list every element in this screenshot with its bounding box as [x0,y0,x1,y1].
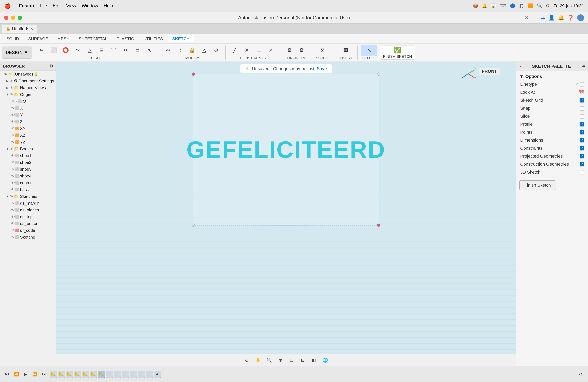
triangle-tool[interactable]: △ [199,45,210,56]
design-button[interactable]: DESIGN ▼ [2,47,32,58]
environment-tool[interactable]: 🌐 [321,356,330,365]
browser-item-shoe2[interactable]: 👁 shoe2 [0,159,56,166]
close-button[interactable] [4,16,8,20]
help-icon[interactable]: ❓ [567,15,574,21]
timeline-prev-btn[interactable]: ⏪ [12,370,21,378]
menu-edit[interactable]: Edit [53,3,61,9]
timeline-item-1[interactable]: 📐 [50,371,57,378]
zoom-tool[interactable]: ⊕ [276,356,285,365]
browser-item-back[interactable]: 👁 back [0,186,56,193]
wifi-icon[interactable]: 📶 [528,3,533,9]
circle-tool[interactable]: ⭕ [60,45,71,56]
palette-expand-icon[interactable]: ⇥ [581,64,585,69]
rect-tool[interactable]: ⊟ [96,45,107,56]
measure-tool[interactable]: ⊠ [315,45,330,56]
timeline-item-2[interactable]: 📐 [58,371,65,378]
spline-tool[interactable]: 〜 [72,45,83,56]
browser-item-xz[interactable]: 👁 XZ [0,132,56,139]
timeline-item-5[interactable]: 📐 [82,371,89,378]
tab-sheet-metal[interactable]: SHEET METAL [74,35,112,42]
timeline-item-9[interactable]: □ [114,371,121,378]
tab-mesh[interactable]: MESH [53,35,74,42]
browser-item-ds-pieces[interactable]: 👁 ds_pieces [0,207,56,213]
linetype-icon-1[interactable]: < [576,82,578,87]
browser-item-sketches[interactable]: ▼ 👁 📁 Sketches [0,193,56,200]
zoom-fit-tool[interactable]: 🔍 [265,356,273,365]
browser-item-ds-bottom[interactable]: 👁 ds_bottom [0,220,56,227]
trim-tool[interactable]: ✂ [120,45,131,56]
timeline-next-btn[interactable]: ⏩ [31,370,39,378]
construction-geom-checkbox[interactable]: ✓ [580,162,584,166]
tab-utilities[interactable]: UTILITIES [139,35,167,42]
options-section-header[interactable]: ▼ Options [519,73,585,80]
dimensions-checkbox[interactable]: ✓ [580,138,584,142]
timeline-item-11[interactable]: □ [130,371,137,378]
search-macos-icon[interactable]: 🔍 [537,3,542,9]
timeline-item-7[interactable]: 📐 [98,371,105,378]
points-checkbox[interactable]: ✓ [580,130,584,134]
apple-logo-icon[interactable]: 🍎 [4,3,11,9]
tab-untitled[interactable]: 🔒 Untitled* ✕ [2,25,37,33]
sketch-region[interactable]: GEFELICITEERD [193,74,379,226]
browser-item-xy[interactable]: 👁 XY [0,125,56,132]
finish-sketch-button[interactable]: ✅ FINISH SKETCH [380,46,415,59]
browser-item-yz[interactable]: 👁 YZ [0,139,56,145]
music-icon[interactable]: 🎵 [519,3,524,9]
arc-tool[interactable]: ⌒ [108,45,119,56]
finish-sketch-palette-button[interactable]: Finish Sketch [519,180,556,190]
insert-image-tool[interactable]: 🖼 [338,45,354,56]
account-icon[interactable]: 👤 [548,15,555,21]
browser-item-shoe1[interactable]: 👁 shoe1 [0,152,56,159]
controlcenter-icon[interactable]: ⚙ [546,3,550,9]
browser-item-y[interactable]: 👁 Y [0,112,56,118]
browser-item-ds-margin[interactable]: 👁 ds_margin [0,200,56,207]
tab-plastic[interactable]: PLASTIC [112,35,139,42]
lock-tool[interactable]: 🔒 [187,45,198,56]
dashboard-icon[interactable]: 📊 [491,3,496,9]
browser-item-document-settings[interactable]: ▶ 👁 ⚙ Document Settings [0,77,56,84]
browser-item-root[interactable]: ▼ 👁 📁 (Unsaved) 💡 [0,71,56,77]
save-link[interactable]: Save [317,66,327,71]
timeline-settings-icon[interactable]: ⚙ [577,370,585,378]
dimension-tool[interactable]: ↕ [175,45,186,56]
keyboard-icon[interactable]: ⌨ [500,3,506,9]
projected-geom-checkbox[interactable]: ✓ [580,154,584,158]
maximize-button[interactable] [18,16,22,20]
timeline-item-13[interactable]: □ [146,371,153,378]
profile-checkbox[interactable]: ✓ [580,122,584,126]
tab-surface[interactable]: SURFACE [24,35,52,42]
browser-item-shoe3[interactable]: 👁 shoe3 [0,166,56,173]
line-tool[interactable]: ⬜ [48,45,59,56]
slice-checkbox[interactable] [580,114,584,118]
timeline-start-btn[interactable]: ⏮ [3,370,11,378]
menu-help[interactable]: Help [104,3,113,9]
browser-item-origin[interactable]: ▼ 👁 📁 Origin [0,91,56,98]
minimize-button[interactable] [11,16,15,20]
user-avatar[interactable] [577,14,584,21]
timeline-play-btn[interactable]: ▶ [21,370,30,378]
browser-item-x[interactable]: 👁 X [0,105,56,112]
timeline-item-14[interactable]: ◆ [154,371,161,378]
undo-tool[interactable]: ↩ [36,45,47,56]
ellipse-tool[interactable]: ⊙ [210,45,222,56]
browser-item-named-views[interactable]: ▶ 👁 📁 Named Views [0,84,56,91]
config-tool-2[interactable]: ⚙ [296,45,307,56]
timeline-end-btn[interactable]: ⏭ [40,370,48,378]
browser-item-center[interactable]: 👁 center [0,179,56,186]
browser-item-sketch8[interactable]: 👁 Sketch8 [0,234,56,241]
orbit-tool[interactable]: ⊕ [242,356,251,365]
menu-file[interactable]: File [40,3,47,9]
tab-close-icon[interactable]: ✕ [30,27,33,31]
browser-item-z[interactable]: 👁 Z [0,118,56,125]
notifications-icon[interactable]: 🔔 [482,3,487,9]
offset-tool[interactable]: ⊏ [132,45,143,56]
browser-item-shoe4[interactable]: 👁 shoe4 [0,173,56,179]
wave-tool[interactable]: ∿ [144,45,155,56]
menu-fusion[interactable]: Fusion [19,3,34,9]
cloud-icon[interactable]: ☁ [540,15,545,21]
close-icon[interactable]: ✕ [525,15,528,20]
timeline-item-6[interactable]: 📐 [90,371,97,378]
view-cube-tool[interactable]: ◧ [310,356,318,365]
polygon-tool[interactable]: △ [84,45,95,56]
look-at-icon[interactable]: 📅 [579,90,584,95]
